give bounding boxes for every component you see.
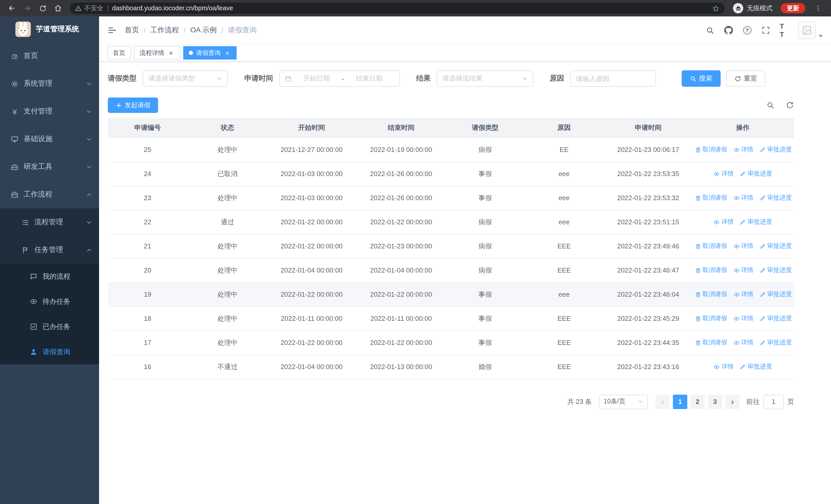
cancel-leave-link[interactable]: 取消请假 xyxy=(695,145,727,154)
user-menu[interactable] xyxy=(798,22,823,39)
sidebar-item-infrastructure[interactable]: 基础设施 xyxy=(0,125,99,153)
browser-home-button[interactable] xyxy=(51,2,65,15)
approval-progress-link[interactable]: 审批进度 xyxy=(760,314,792,323)
detail-link[interactable]: 详情 xyxy=(733,145,753,154)
cell-reason: EEE xyxy=(523,355,605,379)
chevron-down-icon xyxy=(819,35,823,37)
breadcrumb-home[interactable]: 首页 xyxy=(125,26,139,35)
reset-button[interactable]: 重置 xyxy=(726,70,765,87)
cell-apply-no: 18 xyxy=(108,306,188,330)
approval-progress-link[interactable]: 审批进度 xyxy=(760,338,792,347)
cell-apply-no: 20 xyxy=(108,258,188,282)
sidebar-item-devtools[interactable]: 研发工具 xyxy=(0,153,99,181)
leave-type-select[interactable]: 请选择请假类型 xyxy=(143,70,228,87)
logo-image xyxy=(16,22,31,37)
filter-label: 申请时间 xyxy=(244,74,273,83)
approval-progress-link[interactable]: 审批进度 xyxy=(760,242,792,250)
cancel-leave-link[interactable]: 取消请假 xyxy=(695,290,727,299)
browser-menu-button[interactable] xyxy=(811,2,825,15)
approval-progress-link[interactable]: 审批进度 xyxy=(760,290,792,299)
edit-icon xyxy=(760,147,766,153)
close-icon[interactable]: × xyxy=(224,49,231,56)
bookmark-star-icon[interactable] xyxy=(712,4,720,12)
fullscreen-icon[interactable] xyxy=(761,26,770,35)
start-date-placeholder[interactable]: 开始日期 xyxy=(303,74,330,83)
sidebar-item-payment[interactable]: ¥ 支付管理 xyxy=(0,97,99,125)
detail-link[interactable]: 详情 xyxy=(733,338,753,347)
cell-reason: eee xyxy=(523,210,605,234)
tab-process-detail[interactable]: 流程详情 × xyxy=(134,46,180,60)
cell-status: 处理中 xyxy=(188,234,268,258)
date-range-picker[interactable]: 开始日期 - 结束日期 xyxy=(279,70,400,87)
approval-progress-link[interactable]: 审批进度 xyxy=(760,194,792,202)
next-page-button[interactable]: › xyxy=(725,394,740,409)
detail-link[interactable]: 详情 xyxy=(733,290,753,299)
cancel-leave-link[interactable]: 取消请假 xyxy=(695,242,727,250)
sidebar-item-leave-query[interactable]: 请假查询 xyxy=(0,339,99,364)
cancel-leave-link[interactable]: 取消请假 xyxy=(695,338,727,347)
approval-progress-link[interactable]: 审批进度 xyxy=(740,362,772,371)
close-icon[interactable]: × xyxy=(167,49,174,56)
tab-home[interactable]: 首页 xyxy=(107,46,131,60)
edit-icon xyxy=(740,364,746,370)
end-date-placeholder[interactable]: 结束日期 xyxy=(356,74,382,83)
page-button-3[interactable]: 3 xyxy=(708,394,722,409)
dashboard-icon xyxy=(11,52,19,60)
sidebar-item-pending-tasks[interactable]: 待办任务 xyxy=(0,289,99,314)
detail-link[interactable]: 详情 xyxy=(714,169,734,178)
browser-back-button[interactable] xyxy=(5,2,19,15)
prev-page-button[interactable]: ‹ xyxy=(656,394,670,409)
browser-update-button[interactable]: 更新 xyxy=(781,3,805,13)
address-bar[interactable]: 不安全 dashboard.yudao.iocoder.cn/bpm/oa/le… xyxy=(70,3,725,14)
page-button-1[interactable]: 1 xyxy=(673,394,687,409)
breadcrumb-oa-example[interactable]: OA 示例 xyxy=(191,26,217,35)
detail-link[interactable]: 详情 xyxy=(733,314,753,323)
result-select[interactable]: 请选择流结果 xyxy=(437,70,533,87)
detail-link[interactable]: 详情 xyxy=(733,194,753,202)
table-row: 17处理中2022-01-22 00:00:002022-01-22 00:00… xyxy=(108,330,794,355)
detail-link[interactable]: 详情 xyxy=(733,242,753,250)
help-icon[interactable]: ? xyxy=(743,26,751,35)
goto-page-input[interactable] xyxy=(763,394,784,409)
create-leave-button[interactable]: 发起请假 xyxy=(108,97,158,113)
sidebar-item-process-management[interactable]: 流程管理 xyxy=(0,208,99,236)
cancel-leave-link[interactable]: 取消请假 xyxy=(695,314,727,323)
cell-reason: EEE xyxy=(523,234,605,258)
app-logo[interactable]: 芋道管理系统 xyxy=(0,17,99,42)
font-size-icon[interactable]: T T xyxy=(780,26,789,35)
browser-forward-button[interactable] xyxy=(21,2,34,15)
cancel-leave-link[interactable]: 取消请假 xyxy=(695,194,727,202)
approval-progress-link[interactable]: 审批进度 xyxy=(740,217,772,226)
breadcrumb-workflow[interactable]: 工作流程 xyxy=(150,26,179,35)
page-size-select[interactable]: 10条/页 xyxy=(599,394,648,409)
search-button[interactable]: 搜索 xyxy=(682,70,721,87)
security-warning[interactable]: 不安全 xyxy=(75,4,104,12)
reason-input[interactable] xyxy=(570,70,656,87)
sidebar-item-workflow[interactable]: 工作流程 xyxy=(0,181,99,208)
approval-progress-link[interactable]: 审批进度 xyxy=(760,266,792,274)
approval-progress-link[interactable]: 审批进度 xyxy=(740,169,772,178)
url-text[interactable]: dashboard.yudao.iocoder.cn/bpm/oa/leave xyxy=(112,5,233,12)
sidebar-item-task-management[interactable]: 任务管理 xyxy=(0,236,99,264)
detail-link[interactable]: 详情 xyxy=(714,217,734,226)
approval-progress-link[interactable]: 审批进度 xyxy=(760,145,792,154)
cancel-leave-link[interactable]: 取消请假 xyxy=(695,266,727,274)
detail-link[interactable]: 详情 xyxy=(714,362,734,371)
sidebar-item-completed-tasks[interactable]: 已办任务 xyxy=(0,314,99,339)
sidebar-item-home[interactable]: 首页 xyxy=(0,42,99,70)
refresh-icon[interactable] xyxy=(786,101,794,109)
tab-leave-query[interactable]: 请假查询 × xyxy=(183,46,237,60)
edit-icon xyxy=(760,316,766,322)
page-button-2[interactable]: 2 xyxy=(690,394,705,409)
github-icon[interactable] xyxy=(724,26,733,35)
sidebar-item-my-processes[interactable]: 我的流程 xyxy=(0,264,99,289)
table-row: 23处理中2022-01-03 00:00:002022-01-26 00:00… xyxy=(108,186,794,210)
browser-reload-button[interactable] xyxy=(36,2,49,15)
chevron-down-icon xyxy=(522,76,528,81)
search-icon[interactable] xyxy=(706,26,715,35)
sidebar-collapse-button[interactable] xyxy=(107,26,116,35)
sidebar: 芋道管理系统 首页 系统管理 ¥ 支付管理 xyxy=(0,17,99,504)
detail-link[interactable]: 详情 xyxy=(733,266,753,274)
search-toggle-icon[interactable] xyxy=(766,101,775,109)
sidebar-item-system[interactable]: 系统管理 xyxy=(0,70,99,97)
